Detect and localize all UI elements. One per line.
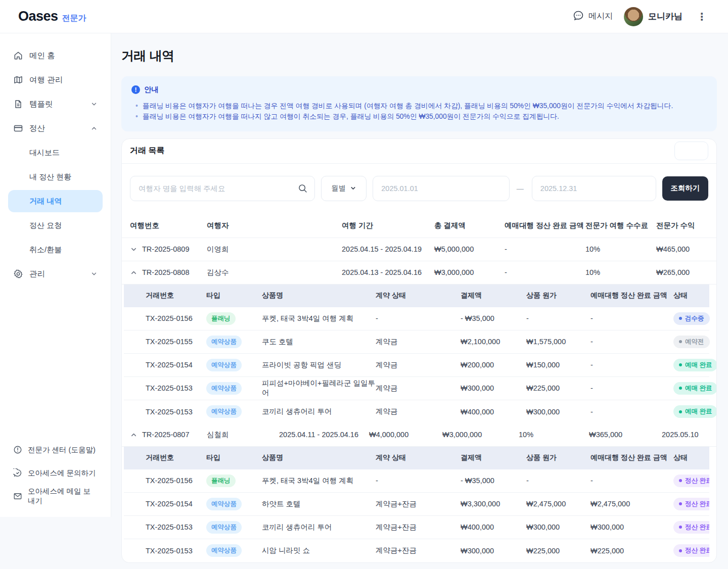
list-action-button[interactable] <box>674 141 708 160</box>
tx-type-badge: 예약상품 <box>206 359 242 371</box>
tx-status-badge: 정산 완료 <box>673 475 709 487</box>
tx-cost: ₩300,000 <box>526 523 590 531</box>
status-dot-icon <box>679 317 682 320</box>
status-dot-icon <box>679 363 682 366</box>
tx-name: 푸켓, 태국 3박4일 여행 계획 <box>262 476 376 486</box>
sidebar-item-settlement[interactable]: 정산 <box>8 117 103 139</box>
status-label: 정산 완료 <box>685 546 709 555</box>
status-label: 예매 완료 <box>685 384 712 393</box>
notice-line: • 플래닝 비용은 여행자가 여행을 떠나지 않고 여행이 취소되는 경우, 플… <box>131 111 707 122</box>
transaction-row[interactable]: TX-2025-0154예약상품프라이빗 공항 픽업 샌딩계약금₩200,000… <box>124 354 709 377</box>
tx-amount: - ₩35,000 <box>461 477 526 485</box>
date-from-input[interactable] <box>373 176 510 201</box>
trip-id: TR-2025-0808 <box>142 268 190 276</box>
transaction-row[interactable]: TX-2025-0156플래닝푸켓, 태국 3박4일 여행 계획-- ₩35,0… <box>124 307 709 330</box>
status-label: 예약전 <box>685 338 704 346</box>
tx-id: TX-2025-0156 <box>146 314 206 322</box>
status-label: 정산 완료 <box>685 477 709 485</box>
chat-bubble-icon <box>572 10 584 24</box>
collapse-icon[interactable] <box>130 269 138 276</box>
tx-cost: ₩1,575,000 <box>526 338 590 346</box>
sidebar-item-expert-center[interactable]: 전문가 센터 (도움말) <box>8 438 103 461</box>
tx-name: 코끼리 생츄어리 투어 <box>262 523 376 532</box>
map-icon <box>13 75 23 85</box>
expand-icon[interactable] <box>130 246 138 253</box>
tx-status-badge: 예매 완료 <box>673 405 717 418</box>
trip-id-cell: TR-2025-0807 <box>130 431 207 439</box>
transaction-row[interactable]: TX-2025-0153예약상품코끼리 생츄어리 투어계약금₩400,000₩3… <box>124 400 709 423</box>
tx-type-badge: 예약상품 <box>206 336 242 348</box>
tx-cost: ₩225,000 <box>526 547 590 555</box>
tx-name: 피피섬+마야베이+필레라군 일일투어 <box>262 378 376 398</box>
sidebar-item-templates[interactable]: 템플릿 <box>8 93 103 115</box>
tx-status-cell: 예매 완료 <box>673 405 717 418</box>
status-label: 정산 완료 <box>685 500 709 508</box>
subtable-header-cell: 거래번호 <box>146 453 206 462</box>
home-icon <box>13 51 23 61</box>
tx-id: TX-2025-0155 <box>146 338 206 346</box>
tx-status-cell: 예매 완료 <box>673 382 717 395</box>
tx-id: TX-2025-0153 <box>146 523 206 531</box>
top-header: Oases 전문가 메시지 모니카님 ⋮ <box>0 0 728 33</box>
tx-type-cell: 예약상품 <box>206 521 262 534</box>
tx-status-cell: 정산 완료 <box>673 521 709 534</box>
tx-status-cell: 정산 완료 <box>673 475 709 487</box>
trip-fee: 10% <box>519 431 589 439</box>
transaction-row[interactable]: TX-2025-0153예약상품코끼리 생츄어리 투어계약금+잔금₩400,00… <box>124 516 709 539</box>
subtable-header-cell: 계약 상태 <box>376 453 461 462</box>
user-menu[interactable]: 모니카님 <box>624 7 682 26</box>
trip-row[interactable]: TR-2025-0807심철희2025.04.11 - 2025.04.16₩4… <box>122 423 716 447</box>
messages-button[interactable]: 메시지 <box>572 10 613 24</box>
chevron-down-icon <box>90 270 98 277</box>
sidebar-item-email-oases[interactable]: 오아세스에 메일 보내기 <box>8 485 103 508</box>
sidebar-item-trip-management[interactable]: 여행 관리 <box>8 69 103 91</box>
trip-row[interactable]: TR-2025-0809이영희2025.04.15 - 2025.04.19₩5… <box>122 238 716 261</box>
tx-name: 코끼리 생츄어리 투어 <box>262 407 376 416</box>
trip-row[interactable]: TR-2025-0808김상수2025.04.13 - 2025.04.16₩3… <box>122 261 716 284</box>
tx-status-badge: 정산 완료 <box>673 498 709 510</box>
tx-name: 시암 니라밋 쇼 <box>262 546 376 555</box>
sidebar-item-main-home[interactable]: 메인 홈 <box>8 44 103 67</box>
sidebar-item-cancel-refund[interactable]: 취소/환불 <box>8 239 103 261</box>
sidebar-item-transactions[interactable]: 거래 내역 <box>8 190 103 212</box>
transaction-row[interactable]: TX-2025-0153예약상품피피섬+마야베이+필레라군 일일투어계약금₩30… <box>124 377 709 400</box>
transaction-row[interactable]: TX-2025-0153예약상품시암 니라밋 쇼계약금+잔금₩300,000₩2… <box>124 539 709 562</box>
transaction-row[interactable]: TX-2025-0155예약상품쿠도 호텔계약금₩2,100,000₩1,575… <box>124 330 709 354</box>
sidebar-item-contact-oases[interactable]: 오아세스에 문의하기 <box>8 461 103 485</box>
transaction-row[interactable]: TX-2025-0154예약상품하얏트 호텔계약금+잔금₩3,300,000₩2… <box>124 493 709 516</box>
search-submit-button[interactable]: 조회하기 <box>662 176 708 201</box>
tx-type-badge: 예약상품 <box>206 544 242 557</box>
transaction-row[interactable]: TX-2025-0156플래닝푸켓, 태국 3박4일 여행 계획-- ₩35,0… <box>124 469 709 493</box>
tx-type-cell: 예약상품 <box>206 382 262 395</box>
tx-status-badge: 예매 완료 <box>673 382 717 395</box>
status-dot-icon <box>679 549 682 552</box>
sidebar-item-management[interactable]: 관리 <box>8 263 103 285</box>
subtable-header-cell: 상품 원가 <box>526 291 590 300</box>
traveler-search-input[interactable] <box>130 176 315 201</box>
tx-amount: ₩200,000 <box>461 361 526 369</box>
sidebar-item-my-settlement[interactable]: 내 정산 현황 <box>8 166 103 188</box>
kebab-menu-icon[interactable]: ⋮ <box>694 10 710 24</box>
trip-period: 2025.04.11 - 2025.04.16 <box>279 431 369 439</box>
notice-title: 안내 <box>144 85 159 94</box>
tx-cost: ₩2,475,000 <box>526 500 590 508</box>
tx-cost: - <box>526 477 590 485</box>
trip-profit: ₩465,000 <box>656 245 708 253</box>
date-to-input[interactable] <box>532 176 656 201</box>
tx-agency-settled: ₩225,000 <box>590 547 673 555</box>
collapse-icon[interactable] <box>130 431 138 439</box>
status-label: 검수중 <box>685 314 704 323</box>
tx-id: TX-2025-0156 <box>146 477 206 485</box>
period-select[interactable]: 월별 <box>321 176 367 201</box>
sidebar-item-settlement-request[interactable]: 정산 요청 <box>8 214 103 236</box>
subtable-header-cell: 타입 <box>206 291 262 300</box>
card-icon <box>13 123 23 133</box>
subtable-header-cell: 결제액 <box>461 453 526 462</box>
tx-type-badge: 예약상품 <box>206 405 242 418</box>
logo[interactable]: Oases 전문가 <box>18 9 86 24</box>
tx-agency-settled: - <box>590 384 673 392</box>
trip-profit: ₩365,000 <box>589 431 662 439</box>
document-icon <box>13 99 23 109</box>
sidebar-item-dashboard[interactable]: 대시보드 <box>8 141 103 164</box>
tx-agency-settled: - <box>590 361 673 369</box>
